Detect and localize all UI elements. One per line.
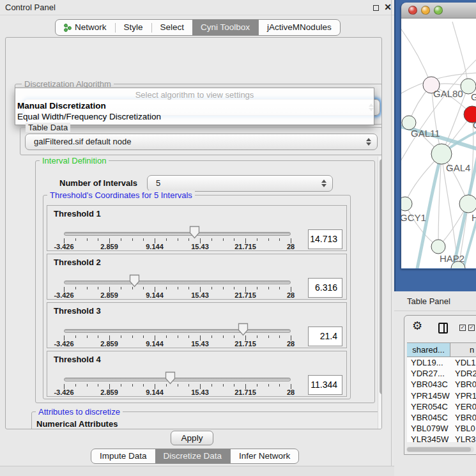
cell-name: YBR0 <box>450 379 476 390</box>
checkbox-icon[interactable]: ✓ <box>468 325 475 331</box>
table-row[interactable]: YER054CYER0 <box>407 401 476 412</box>
tab-impute-data[interactable]: Impute Data <box>91 449 155 463</box>
tick-mark <box>279 384 280 387</box>
tick-mark <box>268 287 269 289</box>
table-hscrollbar-thumb[interactable] <box>407 447 471 452</box>
tick-mark <box>121 335 121 338</box>
algorithm-dropdown-popup: Select algorithm to view settings Manual… <box>15 88 374 125</box>
tick-mark <box>98 384 98 387</box>
tick-mark <box>188 238 189 241</box>
tick-mark <box>75 335 76 338</box>
tab-network[interactable]: Network <box>56 20 115 35</box>
table-row[interactable]: YDL19...YDL1 <box>407 357 476 368</box>
tab-label: Infer Network <box>239 449 290 463</box>
scale-label: -3.426 <box>54 340 73 348</box>
table-row[interactable]: YDR27...YDR2 <box>407 368 476 379</box>
network-node-gal4[interactable] <box>431 144 452 164</box>
slider-thumb-icon[interactable] <box>238 323 249 336</box>
tick-mark <box>223 384 224 387</box>
network-window-titlebar[interactable] <box>401 3 476 19</box>
tab-label: Select <box>160 20 185 35</box>
slider-thumb-icon[interactable] <box>189 226 200 239</box>
scale-label: 9.144 <box>146 243 164 250</box>
cell-shared-name: YBL079W <box>407 423 450 434</box>
tab-label: Impute Data <box>100 449 147 463</box>
tick-mark <box>87 335 88 338</box>
threshold-box: Threshold 4-3.4262.8599.14415.4321.71528… <box>47 351 347 397</box>
threshold-value-field[interactable]: 6.316 <box>308 278 342 298</box>
tab-label: Discretize Data <box>164 449 222 463</box>
column-header-shared-name[interactable]: shared... <box>407 343 450 357</box>
slider-track[interactable] <box>64 378 291 381</box>
scale-label: -3.426 <box>54 388 73 396</box>
close-traffic-light-icon[interactable] <box>408 6 417 15</box>
tab-discretize-data[interactable]: Discretize Data <box>155 449 231 463</box>
network-node-h[interactable] <box>459 195 476 213</box>
tab-cyni-toolbox[interactable]: Cyni Toolbox <box>192 20 258 35</box>
table-data-value: galFiltered.sif default node <box>34 137 131 146</box>
threshold-value-field[interactable]: 11.344 <box>308 375 342 395</box>
zoom-traffic-light-icon[interactable] <box>434 6 443 15</box>
tick-mark <box>143 384 144 387</box>
column-header-name[interactable]: n <box>450 343 476 357</box>
slider-scale-labels: -3.4262.8599.14415.4321.71528 <box>64 243 291 250</box>
table-row[interactable]: YLR345WYLR3 <box>407 434 476 442</box>
scale-label: -3.426 <box>54 243 73 250</box>
num-intervals-combobox[interactable]: 5 <box>147 175 333 192</box>
threshold-box: Threshold 2-3.4262.8599.14415.4321.71528… <box>47 254 347 300</box>
cell-shared-name: YLR345W <box>407 434 450 442</box>
scale-label: 15.43 <box>191 291 209 299</box>
slider-track[interactable] <box>64 232 291 236</box>
dropdown-item[interactable]: Manual Discretization <box>17 101 106 111</box>
network-node-hap2[interactable] <box>431 240 445 254</box>
table-row[interactable]: YPR145WYPR1 <box>407 390 476 401</box>
tick-mark <box>223 287 224 289</box>
tick-mark <box>257 384 257 387</box>
slider-thumb-icon[interactable] <box>165 371 176 385</box>
tick-mark <box>211 384 212 387</box>
node-label: GCY1 <box>401 212 426 223</box>
tick-mark <box>166 384 167 387</box>
tick-mark <box>188 287 189 289</box>
tab-infer-network[interactable]: Infer Network <box>230 449 298 463</box>
table-row[interactable]: YBR043CYBR0 <box>407 379 476 390</box>
gear-icon[interactable]: ⚙ <box>412 320 422 332</box>
tick-mark <box>121 238 121 241</box>
tick-mark <box>188 335 189 338</box>
dropdown-item[interactable]: Equal Width/Frequency Discretization <box>17 112 161 121</box>
scale-label: 28 <box>287 291 295 299</box>
slider-track[interactable] <box>64 280 291 284</box>
cell-shared-name: YBR043C <box>407 379 450 390</box>
slider-track[interactable] <box>64 329 291 333</box>
table-row[interactable]: YBL079WYBL0 <box>407 423 476 434</box>
checkbox-icon[interactable]: ✓ <box>459 325 466 331</box>
panel-scrollbar[interactable] <box>378 157 382 429</box>
threshold-label: Threshold 3 <box>54 306 101 316</box>
tick-mark <box>178 335 178 338</box>
scale-label: 2.859 <box>100 243 118 250</box>
apply-button[interactable]: Apply <box>171 431 213 445</box>
columns-view-icon[interactable] <box>438 323 448 334</box>
tick-mark <box>279 335 280 338</box>
network-node-gcy1[interactable] <box>401 197 412 211</box>
scale-label: 21.715 <box>234 388 256 396</box>
threshold-value-field[interactable]: 14.713 <box>308 229 342 249</box>
tick-mark <box>279 238 280 241</box>
tick-mark <box>223 238 224 241</box>
float-window-icon[interactable] <box>373 5 379 11</box>
table-data-combobox[interactable]: galFiltered.sif default node <box>25 134 378 150</box>
table-hscrollbar[interactable] <box>406 447 474 452</box>
tab-select[interactable]: Select <box>152 20 193 35</box>
table-header: shared... n <box>407 342 476 357</box>
minimize-traffic-light-icon[interactable] <box>421 6 430 15</box>
panel-scrollbar-thumb[interactable] <box>380 159 382 394</box>
network-canvas[interactable]: GAL80GCGAL11GAL4GCY1HHAP2 <box>401 19 476 268</box>
tab-jactivemnodules[interactable]: jActiveMNodules <box>258 20 340 35</box>
node-label: HAP2 <box>440 253 464 264</box>
tab-style[interactable]: Style <box>116 20 151 35</box>
scale-label: 2.859 <box>100 340 118 348</box>
slider-thumb-icon[interactable] <box>129 274 140 288</box>
table-row[interactable]: YBR045CYBR0 <box>407 412 476 423</box>
node-label: GAL11 <box>411 128 440 139</box>
threshold-value-field[interactable]: 21.4 <box>308 326 342 346</box>
